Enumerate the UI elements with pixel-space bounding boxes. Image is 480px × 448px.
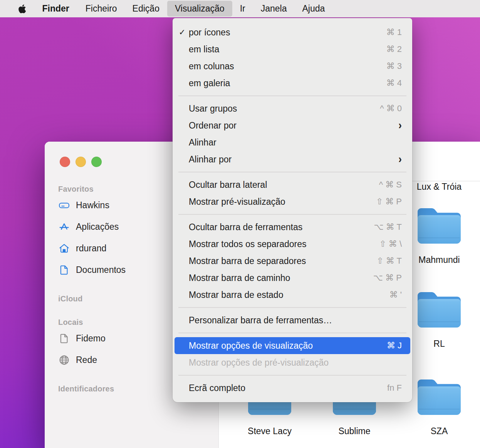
globe-icon [58,354,70,366]
menu-item-shortcut: ⌘ 4 [386,78,402,88]
menu-item-label: em galeria [189,78,230,89]
menu-item[interactable]: Mostrar barra de caminho ⌥ ⌘ P [175,269,410,286]
menu-item-label: em lista [189,44,219,55]
menu-item-shortcut: ^ ⌘ 0 [380,104,402,114]
menu-item-label: por ícones [189,27,230,38]
menu-bar-item-label: Ajuda [302,3,325,14]
minimize-button[interactable] [76,157,86,167]
menu-item-shortcut: ⌥ ⌘ T [374,222,402,232]
menu-item-label: Mostrar pré-visualização [189,197,285,207]
menu-item-shortcut: fn F [387,383,402,393]
menu-separator [178,375,406,376]
sidebar-item-label: Aplicações [76,222,119,232]
menu-bar-item-label: Janela [261,3,287,14]
menu-bar-item[interactable]: Finder [34,1,78,17]
menu-section: Usar grupos ^ ⌘ 0 Ordenar por › Alinhar … [173,100,412,172]
apple-icon[interactable] [14,4,31,14]
window-controls [60,157,102,167]
menu-item[interactable]: ✓ por ícones ⌘ 1 [175,24,410,41]
menu-item-shortcut: ⌘ 3 [386,61,402,71]
menu-bar-items: Finder Ficheiro Edição Visualização Ir J… [34,1,333,17]
document-icon [58,264,70,276]
menu-item[interactable]: Mostrar opções de visualização ⌘ J [175,337,410,354]
menu-item[interactable]: em colunas ⌘ 3 [175,58,410,75]
folder-label: Sublime [312,426,397,436]
menu-separator [178,333,406,333]
menu-item-label: Mostrar barra de separadores [189,256,306,266]
menu-section: Ocultar barra de ferramentas ⌥ ⌘ T Mostr… [173,219,412,308]
menu-item[interactable]: Mostrar barra de estado ⌘ ' [175,286,410,303]
sidebar-item-label: Rede [76,355,97,365]
drive-icon [58,199,70,211]
menu-item[interactable]: em galeria ⌘ 4 [175,75,410,92]
menu-bar-item[interactable]: Ajuda [294,1,332,17]
folder-label: SZA [397,426,480,436]
menu-item-label: Mostrar opções de pré-visualização [189,358,329,368]
menu-bar-item[interactable]: Janela [253,1,295,17]
menu-item-shortcut: ⇧ ⌘ T [376,256,402,266]
menu-section: Ecrã completo fn F [173,379,412,396]
menu-item-label: Usar grupos [189,104,237,114]
menu-bar: Finder Ficheiro Edição Visualização Ir J… [0,0,480,17]
folder-icon [416,288,463,328]
menu-section: ✓ por ícones ⌘ 1 em lista ⌘ 2 em colunas… [173,24,412,96]
menu-item-label: Ordenar por [189,120,237,131]
checkmark-icon: ✓ [179,28,186,37]
menu-item-shortcut: ⌘ 2 [386,44,402,54]
zoom-button[interactable] [91,157,102,167]
menu-item[interactable]: Ordenar por › [175,117,410,134]
sidebar-item-label: Hawkins [76,200,109,211]
menu-item[interactable]: Alinhar por › [175,151,410,168]
menu-bar-item-label: Edição [133,3,159,14]
menu-bar-item-label: Visualização [175,3,225,14]
menu-item-label: Alinhar [189,137,217,148]
sidebar-item-label: Documentos [76,265,126,275]
menu-item-shortcut: ^ ⌘ S [379,180,402,190]
menu-item[interactable]: em lista ⌘ 2 [175,41,410,58]
submenu-chevron-icon: › [398,153,402,165]
menu-item-shortcut: ⌘ 1 [386,27,402,37]
menu-item-label: Ecrã completo [189,383,245,393]
menu-item[interactable]: Mostrar pré-visualização ⇧ ⌘ P [175,193,410,210]
menu-bar-item[interactable]: Ir [232,1,253,17]
menu-item-label: Mostrar todos os separadores [189,239,307,249]
menu-item-label: Mostrar opções de visualização [189,341,313,351]
menu-item[interactable]: Ocultar barra lateral ^ ⌘ S [175,176,410,193]
menu-item[interactable]: Mostrar opções de pré-visualização [175,354,410,371]
document-icon [58,333,70,344]
menu-item-shortcut: ⌘ J [387,341,402,351]
menu-item-shortcut: ⇧ ⌘ P [376,197,402,207]
menu-item-label: Mostrar barra de caminho [189,273,290,283]
sidebar-item-label: Fidemo [76,333,106,344]
submenu-chevron-icon: › [398,119,402,131]
menu-separator [178,172,406,172]
appstore-icon [58,221,70,233]
menu-item[interactable]: Personalizar barra de ferramentas… [175,312,410,329]
menu-item-shortcut: ⇧ ⌘ \ [379,239,402,249]
menu-bar-item-label: Finder [42,3,69,14]
menu-item[interactable]: Ocultar barra de ferramentas ⌥ ⌘ T [175,219,410,236]
menu-section: Personalizar barra de ferramentas… [173,312,412,333]
sidebar-item-label: rdurand [76,243,106,254]
close-button[interactable] [60,157,70,167]
menu-bar-item[interactable]: Edição [125,1,167,17]
folder-label: Steve Lacy [227,426,312,436]
menu-item-label: Ocultar barra de ferramentas [189,222,302,232]
menu-bar-item[interactable]: Visualização [167,1,232,17]
menu-item-label: Alinhar por [189,154,232,165]
menu-item[interactable]: Mostrar todos os separadores ⇧ ⌘ \ [175,236,410,252]
menu-item-shortcut: ⌘ ' [389,290,402,300]
menu-separator [178,95,406,96]
menu-item[interactable]: Mostrar barra de separadores ⇧ ⌘ T [175,252,410,269]
menu-bar-item-label: Ir [240,3,245,14]
menu-item[interactable]: Ecrã completo fn F [175,379,410,396]
menu-item-label: Personalizar barra de ferramentas… [189,315,332,326]
menu-item[interactable]: Usar grupos ^ ⌘ 0 [175,100,410,117]
folder-icon [416,204,463,244]
view-menu-panel: ✓ por ícones ⌘ 1 em lista ⌘ 2 em colunas… [173,18,412,402]
menu-item-label: Ocultar barra lateral [189,180,267,190]
menu-item[interactable]: Alinhar [175,134,410,151]
menu-bar-item[interactable]: Ficheiro [78,1,125,17]
menu-bar-item-label: Ficheiro [86,3,117,14]
menu-separator [178,214,406,215]
